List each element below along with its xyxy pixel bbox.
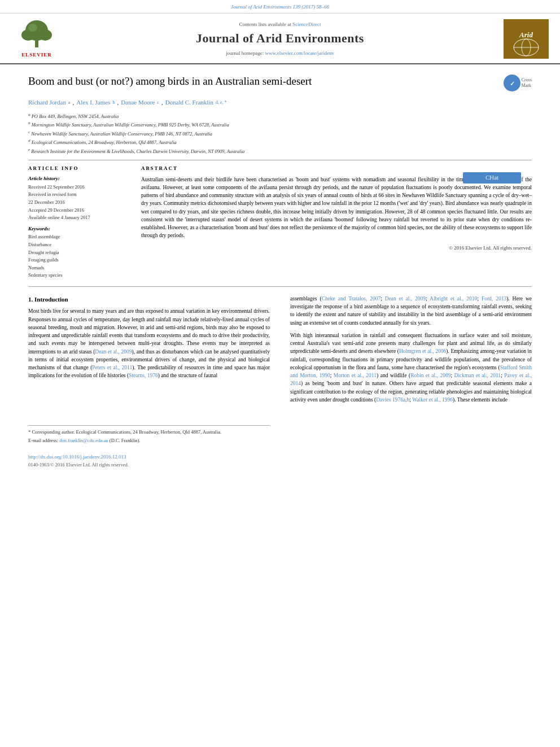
article-dates: Received 22 September 2016 Received in r… — [28, 184, 130, 222]
authors-line: Richard Jordana, Alex I. Jamesb, Danae M… — [28, 98, 532, 107]
ref-dean2009[interactable]: Dean et al., 2009 — [95, 349, 132, 355]
keywords-label: Keywords: — [28, 225, 130, 233]
ref-stearns1976[interactable]: Stearns, 1976 — [129, 373, 158, 378]
main-body: 1. Introduction Most birds live for seve… — [0, 287, 560, 446]
article-history-label: Article history: — [28, 175, 130, 182]
bottom-bar: http://dx.doi.org/10.1016/j.jaridenv.201… — [0, 451, 560, 471]
issn-line: 0140-1963/© 2016 Elsevier Ltd. All right… — [28, 462, 532, 469]
keyword-3: Drought refugia — [28, 249, 130, 257]
elsevier-label: ELSEVIER — [21, 51, 52, 59]
chat-button[interactable]: CHat — [463, 172, 521, 184]
keyword-6: Sedentary species — [28, 272, 130, 279]
author-4: Donald C. Franklin — [165, 98, 213, 107]
crossmark-section: ✓ CrossMark — [504, 75, 532, 91]
ref-dean2009b[interactable]: Dean et al., 2009 — [385, 296, 426, 302]
sciencedirect-link: Contents lists available at ScienceDirec… — [68, 21, 492, 28]
footnote-email: E-mail address: don.franklin@cdu.edu.au … — [28, 437, 270, 444]
ref-peters2011[interactable]: Peters et al., 2011 — [92, 365, 132, 370]
journal-title: Journal of Arid Environments — [68, 30, 492, 47]
ref-davies1976[interactable]: Davies 1976a,b — [376, 397, 409, 403]
author-1: Richard Jordan — [28, 98, 66, 107]
svg-text:✓: ✓ — [509, 80, 514, 87]
crossmark-icon: ✓ — [504, 75, 520, 91]
keyword-5: Nomads — [28, 264, 130, 272]
page: Journal of Arid Environments 139 (2017) … — [0, 0, 560, 747]
ref-robin2009[interactable]: Robin et al., 2009 — [410, 373, 450, 378]
elsevier-logo-section: ELSEVIER — [11, 19, 62, 59]
author-3: Danae Moore — [121, 98, 155, 107]
sciencedirect-anchor[interactable]: ScienceDirect — [292, 21, 321, 27]
footnote-corresponding: * Corresponding author. Ecological Commu… — [28, 429, 270, 436]
footnotes-area: * Corresponding author. Ecological Commu… — [28, 425, 270, 445]
article-title: Boom and bust (or not?) among birds in a… — [28, 75, 498, 89]
affiliation-e: e Research Institute for the Environment… — [28, 147, 532, 155]
author-2: Alex I. James — [76, 98, 110, 107]
ref-ford2013[interactable]: Ford, 2013 — [482, 296, 506, 302]
arid-logo-image: Arid — [504, 19, 549, 59]
abstract-title: ABSTRACT — [141, 165, 532, 172]
arid-journal-logo: Arid — [504, 19, 549, 59]
ref-walker1996[interactable]: Walker et al., 1996 — [412, 397, 453, 403]
article-title-section: Boom and bust (or not?) among birds in a… — [0, 64, 560, 155]
email-link[interactable]: don.franklin@cdu.edu.au — [59, 438, 108, 443]
elsevier-tree-icon — [14, 19, 59, 50]
copyright-line: © 2016 Elsevier Ltd. All rights reserved… — [141, 244, 532, 252]
keyword-4: Foraging guilds — [28, 256, 130, 264]
body-left-col: 1. Introduction Most birds live for seve… — [28, 295, 280, 446]
affiliation-c: c Newhaven Wildlife Sanctuary, Australia… — [28, 129, 532, 138]
svg-text:Arid: Arid — [519, 30, 533, 39]
affiliations: a PO Box 449, Bellingen, NSW 2454, Austr… — [28, 112, 532, 155]
ref-holmgren2006[interactable]: Holmgren et al., 2006 — [399, 348, 446, 354]
journal-homepage: journal homepage: www.elsevier.com/locat… — [68, 50, 492, 57]
ref-cheke2007[interactable]: Cheke and Tratalos, 2007 — [322, 296, 381, 302]
journal-title-section: Contents lists available at ScienceDirec… — [62, 21, 498, 57]
affiliation-d: d Ecological Communications, 24 Broadway… — [28, 138, 532, 146]
abstract-text: Australian semi-deserts and their birdli… — [141, 176, 532, 240]
article-info-title: ARTICLE INFO — [28, 165, 130, 172]
intro-section-title: 1. Introduction — [28, 295, 270, 304]
body-right-col: assemblages (Cheke and Tratalos, 2007; D… — [280, 295, 532, 446]
ref-dickman2011[interactable]: Dickman et al., 2011 — [454, 373, 501, 378]
arid-logo-section: Arid — [498, 19, 549, 59]
journal-header: ELSEVIER Contents lists available at Sci… — [0, 14, 560, 64]
doi-link[interactable]: http://dx.doi.org/10.1016/j.jaridenv.201… — [28, 454, 126, 460]
intro-paragraph-1: Most birds live for several to many year… — [28, 307, 270, 379]
keywords-list: Bird assemblage Disturbance Drought refu… — [28, 233, 130, 279]
svg-point-5 — [28, 24, 37, 32]
journal-info-bar: Journal of Arid Environments 139 (2017) … — [0, 0, 560, 14]
svg-point-4 — [38, 29, 52, 41]
journal-citation: Journal of Arid Environments 139 (2017) … — [231, 4, 329, 10]
ref-morton2011[interactable]: Morton et al., 2011 — [334, 373, 377, 378]
intro-paragraph-3: With high interannual variation in rainf… — [290, 331, 532, 404]
affiliation-b: b Mornington Wildlife Sanctuary, Austral… — [28, 120, 532, 129]
affiliation-a: a PO Box 449, Bellingen, NSW 2454, Austr… — [28, 112, 532, 120]
ref-albright2010[interactable]: Albright et al., 2010 — [430, 296, 477, 302]
intro-paragraph-2: assemblages (Cheke and Tratalos, 2007; D… — [290, 295, 532, 327]
homepage-link[interactable]: www.elsevier.com/locate/jaridenv — [265, 50, 334, 56]
keyword-1: Bird assemblage — [28, 233, 130, 241]
article-info-col: ARTICLE INFO Article history: Received 2… — [28, 165, 141, 279]
keyword-2: Disturbance — [28, 241, 130, 249]
